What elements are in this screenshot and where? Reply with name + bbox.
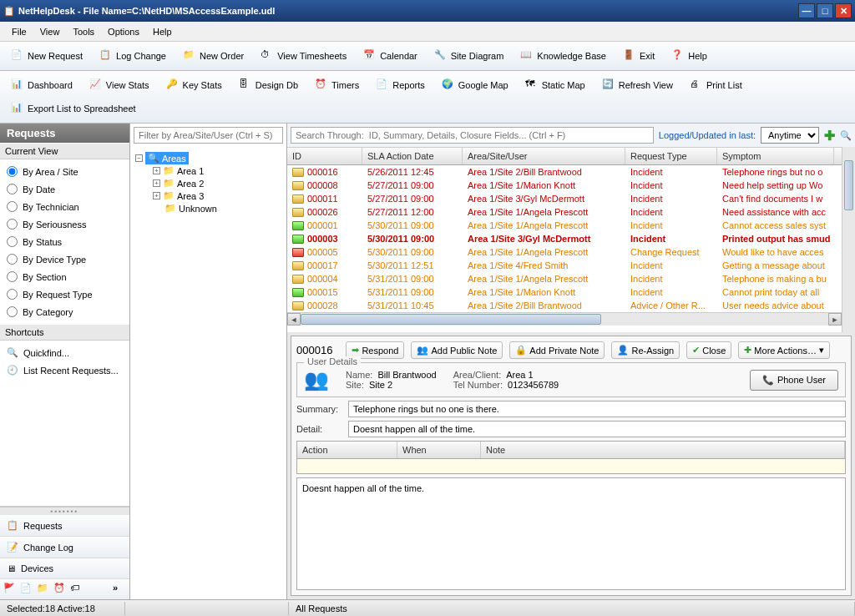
help-button[interactable]: ❓Help bbox=[664, 45, 715, 67]
folder-icon[interactable]: 📁 bbox=[37, 583, 50, 596]
detail-value[interactable]: Doesnt happen all of the time. bbox=[348, 421, 846, 437]
col-id[interactable]: ID bbox=[287, 148, 362, 164]
logged-updated-link[interactable]: Logged/Updated in last: bbox=[659, 130, 756, 140]
vertical-scrollbar[interactable] bbox=[842, 147, 855, 332]
google-map-button[interactable]: 🌍Google Map bbox=[434, 74, 516, 96]
tree-root-areas[interactable]: 🔍Areas bbox=[145, 152, 189, 164]
search-input[interactable] bbox=[291, 127, 654, 144]
tag-icon[interactable]: 🏷 bbox=[70, 583, 83, 596]
table-row[interactable]: 0000085/27/2011 09:00Area 1/Site 1/Mario… bbox=[287, 179, 842, 192]
col-sla-date[interactable]: SLA Action Date bbox=[362, 148, 463, 164]
col-when[interactable]: When bbox=[397, 442, 481, 458]
new-order-button[interactable]: 📁New Order bbox=[175, 45, 251, 67]
print-list-button[interactable]: 🖨Print List bbox=[682, 74, 750, 96]
table-row[interactable]: 0000175/30/2011 12:51Area 1/Site 4/Fred … bbox=[287, 259, 842, 272]
nav-devices[interactable]: 🖥Devices bbox=[0, 558, 129, 579]
view-by-status[interactable]: By Status bbox=[3, 233, 126, 250]
static-map-button[interactable]: 🗺Static Map bbox=[518, 74, 593, 96]
col-note[interactable]: Note bbox=[481, 442, 845, 458]
close-button[interactable]: ✕ bbox=[835, 3, 852, 18]
menu-help[interactable]: Help bbox=[146, 24, 179, 39]
reassign-button[interactable]: 👤Re-Assign bbox=[611, 341, 680, 359]
recent-requests-shortcut[interactable]: 🕘List Recent Requests... bbox=[3, 361, 126, 379]
refresh-view-button[interactable]: 🔄Refresh View bbox=[594, 74, 680, 96]
table-row[interactable]: 0000045/31/2011 09:00Area 1/Site 1/Angel… bbox=[287, 272, 842, 285]
view-by-area-site[interactable]: By Area / Site bbox=[3, 163, 126, 180]
phone-user-button[interactable]: 📞Phone User bbox=[750, 370, 838, 391]
menu-view[interactable]: View bbox=[33, 24, 67, 39]
view-by-technician[interactable]: By Technician bbox=[3, 198, 126, 215]
dashboard-button[interactable]: 📊Dashboard bbox=[3, 74, 80, 96]
table-row[interactable]: 0000155/31/2011 09:00Area 1/Site 1/Mario… bbox=[287, 285, 842, 299]
tree-item-area2[interactable]: +📁Area 2 bbox=[150, 177, 281, 189]
view-by-seriousness[interactable]: By Seriousness bbox=[3, 215, 126, 233]
close-request-button[interactable]: ✔Close bbox=[686, 341, 731, 359]
drag-handle[interactable]: ▪▪▪▪▪▪▪ bbox=[0, 507, 129, 515]
exit-button[interactable]: 🚪Exit bbox=[615, 45, 662, 67]
flag-icon[interactable]: 🚩 bbox=[3, 583, 17, 596]
menu-file[interactable]: File bbox=[5, 24, 33, 39]
view-by-device-type[interactable]: By Device Type bbox=[3, 250, 126, 268]
col-type[interactable]: Request Type bbox=[625, 148, 717, 164]
expand-icon[interactable]: » bbox=[113, 583, 126, 596]
scroll-left-button[interactable]: ◄ bbox=[287, 313, 301, 326]
expand-icon[interactable]: + bbox=[153, 167, 160, 174]
nav-change-log[interactable]: 📝Change Log bbox=[0, 537, 129, 558]
site-diagram-button[interactable]: 🔧Site Diagram bbox=[427, 45, 512, 67]
table-row[interactable]: 0000165/26/2011 12:45Area 1/Site 2/Bill … bbox=[287, 165, 842, 179]
tree-item-area3[interactable]: +📁Area 3 bbox=[150, 189, 281, 202]
expand-icon[interactable]: + bbox=[153, 192, 160, 199]
action-grid-body[interactable] bbox=[296, 459, 846, 474]
table-row[interactable]: 0000115/27/2011 09:00Area 1/Site 3/Gyl M… bbox=[287, 192, 842, 205]
col-area[interactable]: Area/Site/User bbox=[463, 148, 625, 164]
hscroll-thumb[interactable] bbox=[301, 314, 601, 325]
time-range-dropdown[interactable]: Anytime bbox=[761, 127, 819, 144]
add-public-note-button[interactable]: 👥Add Public Note bbox=[411, 341, 503, 359]
alarm-icon[interactable]: ⏰ bbox=[53, 583, 67, 596]
vscroll-thumb[interactable] bbox=[844, 160, 853, 210]
tree-filter-input[interactable] bbox=[134, 127, 283, 144]
quickfind-shortcut[interactable]: 🔍Quickfind... bbox=[3, 344, 126, 361]
nav-requests[interactable]: 📋Requests bbox=[0, 515, 129, 537]
table-row[interactable]: 0000265/27/2011 12:00Area 1/Site 1/Angel… bbox=[287, 205, 842, 219]
design-db-button[interactable]: 🗄Design Db bbox=[231, 74, 306, 96]
knowledge-base-button[interactable]: 📖Knowledge Base bbox=[513, 45, 614, 67]
view-by-category[interactable]: By Category bbox=[3, 303, 126, 321]
minimize-button[interactable]: — bbox=[798, 3, 815, 18]
key-stats-button[interactable]: 🔑Key Stats bbox=[159, 74, 230, 96]
view-timesheets-button[interactable]: ⏱View Timesheets bbox=[253, 45, 354, 67]
search-icon[interactable]: 🔍 bbox=[840, 130, 852, 141]
maximize-button[interactable]: □ bbox=[817, 3, 833, 18]
view-by-section[interactable]: By Section bbox=[3, 268, 126, 285]
expand-icon[interactable]: + bbox=[153, 179, 160, 187]
horizontal-scrollbar[interactable]: ◄ ► bbox=[287, 312, 842, 326]
col-action[interactable]: Action bbox=[297, 442, 397, 458]
view-stats-button[interactable]: 📈View Stats bbox=[82, 74, 157, 96]
cell-area: Area 1/Site 2/Bill Brantwood bbox=[463, 166, 625, 178]
menu-options[interactable]: Options bbox=[101, 24, 146, 39]
table-row[interactable]: 0000035/30/2011 09:00Area 1/Site 3/Gyl M… bbox=[287, 232, 842, 245]
add-private-note-button[interactable]: 🔒Add Private Note bbox=[509, 341, 605, 359]
table-row[interactable]: 0000055/30/2011 09:00Area 1/Site 1/Angel… bbox=[287, 245, 842, 259]
reports-button[interactable]: 📄Reports bbox=[368, 74, 433, 96]
view-by-request-type[interactable]: By Request Type bbox=[3, 285, 126, 303]
summary-value[interactable]: Telephone rings but no one is there. bbox=[348, 401, 846, 417]
detail-textarea[interactable]: Doesnt happen all of the time. bbox=[296, 477, 846, 590]
log-change-button[interactable]: 📋Log Change bbox=[92, 45, 174, 67]
add-icon[interactable]: ✚ bbox=[824, 128, 835, 144]
note-icon[interactable]: 📄 bbox=[20, 583, 33, 596]
col-symptom[interactable]: Symptom bbox=[717, 148, 834, 164]
view-by-date[interactable]: By Date bbox=[3, 180, 126, 198]
menu-tools[interactable]: Tools bbox=[66, 24, 101, 39]
table-row[interactable]: 0000285/31/2011 10:45Area 1/Site 2/Bill … bbox=[287, 299, 842, 312]
table-row[interactable]: 0000015/30/2011 09:00Area 1/Site 1/Angel… bbox=[287, 219, 842, 232]
new-request-button[interactable]: 📄New Request bbox=[3, 45, 90, 67]
collapse-icon[interactable]: − bbox=[135, 154, 143, 162]
export-button[interactable]: 📊Export List to Spreadsheet bbox=[3, 98, 144, 119]
more-actions-button[interactable]: ✚More Actions…▾ bbox=[738, 341, 830, 359]
calendar-button[interactable]: 📅Calendar bbox=[356, 45, 425, 67]
timers-button[interactable]: ⏰Timers bbox=[307, 74, 367, 96]
scroll-right-button[interactable]: ► bbox=[828, 313, 842, 326]
tree-item-area1[interactable]: +📁Area 1 bbox=[150, 164, 281, 177]
tree-item-unknown[interactable]: 📁Unknown bbox=[150, 202, 281, 215]
